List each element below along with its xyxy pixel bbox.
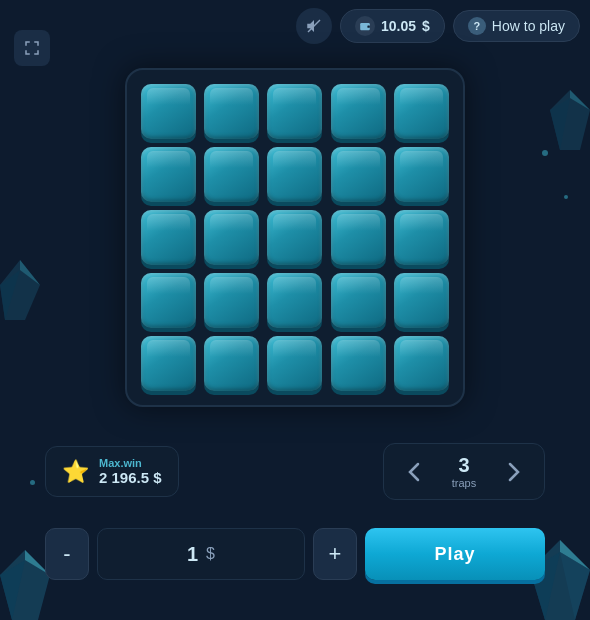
grid-cell[interactable] [394,210,449,265]
bet-value: 1 [187,543,198,566]
grid-cell[interactable] [331,336,386,391]
grid-cell[interactable] [331,210,386,265]
grid-cell[interactable] [204,336,259,391]
traps-prev-button[interactable] [402,460,426,484]
balance-icon [355,16,375,36]
grid-cell[interactable] [141,84,196,139]
bet-plus-button[interactable]: + [313,528,357,580]
traps-control: 3 traps [383,443,545,500]
fullscreen-button[interactable] [14,30,50,66]
svg-rect-15 [367,25,369,27]
grid-cell[interactable] [267,147,322,202]
balance-button[interactable]: 10.05 $ [340,9,445,43]
how-to-play-label: How to play [492,18,565,34]
top-bar: 10.05 $ ? How to play [296,8,580,44]
balance-value: 10.05 [381,18,416,34]
help-icon: ? [468,17,486,35]
grid-cell[interactable] [204,210,259,265]
bet-bar: - 1 $ + Play [45,528,545,580]
star-icon: ⭐ [62,459,89,485]
fullscreen-icon [23,39,41,57]
chevron-right-icon [508,462,520,482]
grid-cell[interactable] [331,273,386,328]
decor-dot-1 [542,150,548,156]
max-win-value: 2 196.5 $ [99,469,162,486]
traps-label: traps [452,477,476,489]
chevron-left-icon [408,462,420,482]
grid-cell[interactable] [267,273,322,328]
grid-cell[interactable] [267,336,322,391]
wallet-icon [359,20,371,32]
mute-button[interactable] [296,8,332,44]
grid-cell[interactable] [141,336,196,391]
grid-cell[interactable] [394,147,449,202]
max-win-label: Max.win [99,457,162,469]
max-win-text: Max.win 2 196.5 $ [99,457,162,486]
bottom-info-bar: ⭐ Max.win 2 196.5 $ 3 traps [45,443,545,500]
decor-dot-2 [564,195,568,199]
game-grid [141,84,449,391]
grid-cell[interactable] [141,210,196,265]
grid-cell[interactable] [267,210,322,265]
grid-cell[interactable] [394,336,449,391]
how-to-play-button[interactable]: ? How to play [453,10,580,42]
crystal-top-right [550,90,590,150]
bet-currency: $ [206,545,215,563]
grid-cell[interactable] [394,273,449,328]
max-win-display: ⭐ Max.win 2 196.5 $ [45,446,179,497]
traps-next-button[interactable] [502,460,526,484]
mute-icon [305,17,323,35]
balance-currency: $ [422,18,430,34]
grid-cell[interactable] [204,84,259,139]
grid-cell[interactable] [267,84,322,139]
bet-input-wrapper: 1 $ [97,528,305,580]
grid-cell[interactable] [394,84,449,139]
bet-minus-button[interactable]: - [45,528,89,580]
traps-display: 3 traps [444,454,484,489]
grid-cell[interactable] [204,147,259,202]
grid-cell[interactable] [331,147,386,202]
game-grid-container [125,68,465,407]
grid-cell[interactable] [141,273,196,328]
decor-dot-3 [30,480,35,485]
crystal-bottom-left [0,550,50,620]
play-button[interactable]: Play [365,528,545,580]
traps-value: 3 [458,454,469,477]
crystal-mid-left [0,260,40,320]
grid-cell[interactable] [204,273,259,328]
grid-cell[interactable] [141,147,196,202]
grid-cell[interactable] [331,84,386,139]
